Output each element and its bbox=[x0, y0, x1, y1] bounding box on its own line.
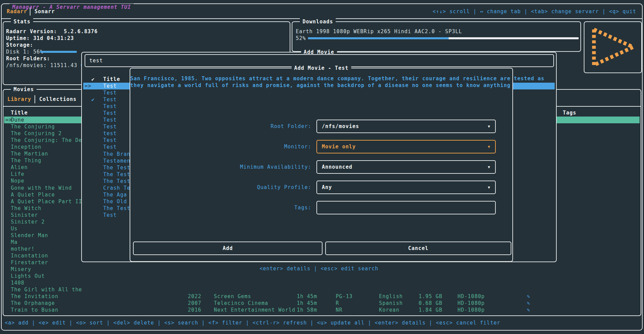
movie-rating: PG-13 bbox=[336, 293, 353, 300]
stats-disk-line: Disk 1: 56% bbox=[6, 48, 43, 55]
result-title: The Old bbox=[103, 198, 132, 205]
movie-title: The Girl with All the bbox=[11, 286, 83, 293]
movie-title: Slender Man bbox=[11, 232, 83, 239]
movie-title: The Conjuring 2 bbox=[11, 130, 83, 137]
downloads-panel-title: Downloads bbox=[300, 18, 336, 25]
movie-title: Ma bbox=[11, 239, 83, 246]
cancel-button-label: Cancel bbox=[408, 245, 428, 251]
movie-title: Inception bbox=[11, 144, 83, 150]
movie-title: Sinister bbox=[11, 212, 83, 218]
movie-language: Spanish bbox=[379, 300, 403, 307]
movie-title: mother! bbox=[11, 246, 83, 252]
movie-title: Incantation bbox=[11, 252, 83, 259]
stats-storage-label: Storage: bbox=[6, 42, 33, 48]
movie-year: 2022 bbox=[188, 293, 201, 300]
field-value-quality-profile: Any bbox=[322, 184, 332, 191]
tab-radarr[interactable]: Radarr bbox=[7, 8, 27, 15]
movie-title: Firestarter bbox=[11, 259, 83, 266]
movie-title: The Martian bbox=[11, 150, 83, 157]
field-value-minimum-availability: Announced bbox=[322, 164, 352, 170]
popup-keybind-help: <enter> details | <esc> edit search bbox=[81, 265, 557, 272]
table-row[interactable]: Train to Busan2016Next Entertainment Wor… bbox=[3, 307, 641, 313]
tab-sonarr[interactable]: Sonarr bbox=[35, 8, 55, 15]
popup-header-title: Title bbox=[103, 76, 120, 83]
movie-search-value: test bbox=[89, 57, 103, 64]
add-movie-modal: Add Movie - Test San Francisco, 1985. Tw… bbox=[130, 68, 513, 262]
field-label-root-folder: Root Folder: bbox=[130, 123, 311, 130]
movie-size: 0.68 GB bbox=[419, 300, 442, 307]
movies-panel-title: Movies bbox=[11, 86, 37, 93]
table-row[interactable]: 1408 bbox=[3, 279, 641, 286]
download-item-name: Earth 1998 1080p WEBRip x265 Hindi AAC2.… bbox=[296, 28, 462, 35]
stats-root-folder-line: /nfs/movies: 11511.43 GB bbox=[6, 62, 88, 69]
select-minimum-availability[interactable]: Announced▼ bbox=[316, 160, 496, 174]
result-title: The Test bbox=[103, 164, 132, 171]
result-title: Test bbox=[103, 103, 132, 110]
field-value-root-folder: /nfs/movies bbox=[322, 123, 359, 130]
table-row[interactable]: The Invitation2022Screen Gems1h 45mPG-13… bbox=[3, 293, 641, 300]
movie-rating: R bbox=[336, 300, 339, 307]
stats-uptime: Uptime: 31d 04:31:23 bbox=[6, 35, 74, 42]
movie-size: 1.84 GB bbox=[419, 307, 442, 313]
result-title: The Bran bbox=[103, 151, 132, 158]
movie-title: The Thing bbox=[11, 157, 83, 164]
result-title: test bbox=[103, 130, 132, 137]
result-title: Test bbox=[103, 83, 132, 89]
field-value-monitor: Movie only bbox=[322, 143, 356, 150]
result-title: Test bbox=[103, 144, 132, 150]
movie-size: 1.95 GB bbox=[419, 293, 442, 300]
result-title: Testamen bbox=[103, 158, 132, 164]
movie-language: English bbox=[379, 293, 403, 300]
movie-title: Train to Busan bbox=[11, 307, 83, 313]
bottom-keybind-help: <a> add | <e> edit | <o> sort | <del> de… bbox=[5, 319, 501, 326]
result-cursor: => bbox=[85, 83, 91, 89]
cancel-button[interactable]: Cancel bbox=[325, 242, 511, 255]
movies-tab-separator bbox=[35, 95, 35, 103]
result-title: Test bbox=[103, 110, 132, 117]
movie-title: Life bbox=[11, 171, 83, 178]
movie-title: Sinister 2 bbox=[11, 218, 83, 225]
column-header-tags: Tags bbox=[563, 109, 576, 116]
select-quality-profile[interactable]: Any▼ bbox=[316, 181, 496, 194]
movie-studio: Next Entertainment World bbox=[214, 307, 296, 313]
download-percent-label: 52% bbox=[296, 35, 306, 42]
tab-library[interactable]: Library bbox=[7, 96, 31, 103]
movie-language: Korean bbox=[379, 307, 399, 313]
movie-title: Nope bbox=[11, 178, 83, 184]
movie-title: Us bbox=[11, 225, 83, 232]
result-title: Crash Te bbox=[103, 185, 132, 191]
input-tags[interactable] bbox=[316, 201, 496, 214]
download-progress-track bbox=[308, 37, 579, 39]
logo-panel bbox=[584, 21, 642, 73]
movie-title: The Orphanage bbox=[11, 300, 83, 307]
result-title: The Test bbox=[103, 171, 132, 178]
add-button-label: Add bbox=[223, 245, 233, 251]
add-movie-modal-title: Add Movie - Test bbox=[291, 65, 351, 71]
stats-root-folders-label: Root Folders: bbox=[6, 55, 50, 62]
movie-runtime: 1h 45m bbox=[297, 300, 317, 307]
movie-overview-line1: San Francisco, 1985. Two opposites attra… bbox=[130, 75, 512, 82]
movie-title: Alien bbox=[11, 164, 83, 171]
table-row[interactable]: The Orphanage2007Telecinco Cinema1h 45mR… bbox=[3, 300, 641, 307]
movie-title: The Witch bbox=[11, 205, 83, 212]
tab-collections[interactable]: Collections bbox=[39, 96, 76, 103]
stats-panel-title: Stats bbox=[11, 18, 33, 25]
movie-title: Gone with the Wind bbox=[11, 185, 83, 191]
field-label-minimum-availability: Minimum Availability: bbox=[130, 164, 311, 170]
in-library-check-icon: ✔ bbox=[91, 96, 95, 103]
table-row[interactable]: The Girl with All the bbox=[3, 286, 641, 293]
select-monitor[interactable]: Movie only▼ bbox=[316, 140, 496, 153]
movie-title: The Invitation bbox=[11, 293, 83, 300]
movie-overview-line2: they navigate a world full of risks and … bbox=[130, 82, 512, 89]
movie-year: 2007 bbox=[188, 300, 201, 307]
movie-runtime: 1h 58m bbox=[297, 307, 317, 313]
field-label-quality-profile: Quality Profile: bbox=[130, 184, 311, 191]
tab-separator bbox=[30, 7, 30, 16]
movie-quality: HD-1080p bbox=[458, 293, 485, 300]
select-root-folder[interactable]: /nfs/movies▼ bbox=[316, 120, 496, 133]
result-title: The Test bbox=[103, 205, 132, 212]
movie-title: The Conjuring: The De bbox=[11, 137, 83, 144]
table-row[interactable]: Lights Out bbox=[3, 273, 641, 279]
movie-runtime: 1h 45m bbox=[297, 293, 317, 300]
add-button[interactable]: Add bbox=[133, 242, 323, 255]
